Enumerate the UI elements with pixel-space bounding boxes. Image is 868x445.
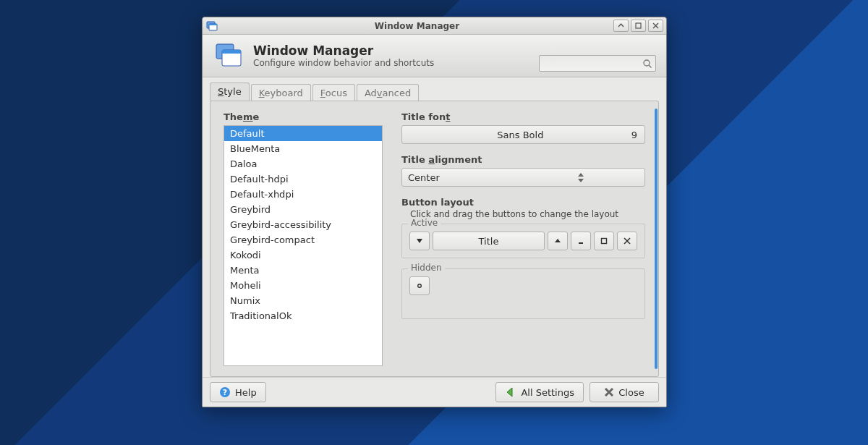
theme-item[interactable]: Daloa [224, 156, 382, 171]
settings-tabs: Style Keyboard Focus Advanced [210, 82, 659, 101]
theme-item[interactable]: Greybird-accessibility [224, 217, 382, 232]
dialog-actionbar: ? Help All Settings Close [203, 377, 666, 407]
title-font-button[interactable]: Sans Bold 9 [401, 125, 645, 144]
search-icon [642, 59, 652, 69]
title-font-name: Sans Bold [409, 130, 631, 140]
svg-rect-3 [636, 23, 641, 28]
title-font-label: Title font [401, 111, 645, 122]
active-buttons-group: Active Title [401, 224, 645, 258]
theme-label: Theme [224, 111, 383, 122]
theme-item[interactable]: Default-xhdpi [224, 187, 382, 202]
tab-advanced[interactable]: Advanced [357, 84, 419, 101]
theme-item[interactable]: Kokodi [224, 247, 382, 263]
stick-circle-icon [416, 282, 423, 289]
style-page: Theme DefaultBlueMentaDaloaDefault-hdpiD… [210, 101, 659, 377]
close-button[interactable]: Close [590, 382, 659, 402]
help-button[interactable]: ? Help [210, 382, 266, 402]
window-maximize-button[interactable] [631, 20, 646, 32]
tab-keyboard[interactable]: Keyboard [251, 84, 311, 101]
layout-stick-button[interactable] [409, 276, 430, 295]
settings-search-input[interactable] [539, 55, 656, 72]
help-icon: ? [219, 386, 231, 398]
app-icon [205, 20, 218, 33]
header-subtitle: Configure window behavior and shortcuts [253, 58, 434, 68]
theme-item[interactable]: Greybird [224, 202, 382, 217]
back-arrow-icon [505, 386, 516, 398]
button-layout-label: Button layout [401, 197, 645, 208]
svg-rect-6 [222, 50, 241, 54]
tab-focus[interactable]: Focus [312, 84, 355, 101]
layout-title-area[interactable]: Title [433, 232, 545, 250]
svg-rect-2 [209, 24, 217, 25]
menu-triangle-icon [416, 237, 423, 245]
theme-item[interactable]: Menta [224, 263, 382, 278]
tab-style[interactable]: Style [210, 82, 250, 101]
theme-item[interactable]: Numix [224, 293, 382, 308]
hidden-buttons-group: Hidden [401, 268, 645, 319]
dialog-header: Window Manager Configure window behavior… [203, 35, 666, 77]
svg-text:?: ? [223, 388, 227, 397]
svg-rect-9 [579, 242, 583, 244]
window-manager-icon [213, 39, 246, 72]
minimize-icon [577, 237, 584, 245]
maximize-icon [600, 237, 608, 245]
window-rollup-button[interactable] [613, 20, 629, 32]
title-alignment-combo[interactable]: Center [401, 168, 645, 187]
title-font-size: 9 [631, 130, 637, 140]
layout-maximize-button[interactable] [594, 232, 614, 250]
window-manager-dialog: Window Manager Window Manager [202, 17, 667, 407]
window-close-button[interactable] [648, 20, 663, 32]
theme-item[interactable]: BlueMenta [224, 141, 382, 156]
button-layout-hint: Click and drag the buttons to change the… [410, 209, 645, 219]
svg-point-7 [644, 60, 650, 66]
combo-stepper-icon [524, 173, 639, 182]
window-title: Window Manager [223, 21, 611, 31]
layout-minimize-button[interactable] [571, 232, 591, 250]
svg-point-11 [418, 284, 422, 288]
theme-item[interactable]: Moheli [224, 278, 382, 293]
theme-item[interactable]: Default-hdpi [224, 171, 382, 187]
title-alignment-value: Center [408, 172, 524, 183]
theme-item[interactable]: Default [224, 126, 382, 141]
close-icon [604, 387, 614, 397]
svg-line-8 [649, 65, 652, 68]
header-title: Window Manager [253, 43, 434, 58]
close-x-icon [624, 237, 631, 245]
layout-menu-button[interactable] [409, 232, 430, 250]
svg-rect-10 [602, 239, 607, 244]
layout-shade-button[interactable] [548, 232, 568, 250]
theme-item[interactable]: TraditionalOk [224, 308, 382, 323]
active-legend: Active [408, 218, 441, 228]
window-titlebar[interactable]: Window Manager [203, 17, 666, 35]
title-alignment-label: Title alignment [401, 154, 645, 165]
shade-up-icon [554, 237, 561, 245]
theme-item[interactable]: Greybird-compact [224, 232, 382, 247]
layout-close-button[interactable] [617, 232, 637, 250]
hidden-legend: Hidden [408, 263, 445, 273]
theme-list[interactable]: DefaultBlueMentaDaloaDefault-hdpiDefault… [224, 125, 383, 366]
all-settings-button[interactable]: All Settings [495, 382, 584, 402]
